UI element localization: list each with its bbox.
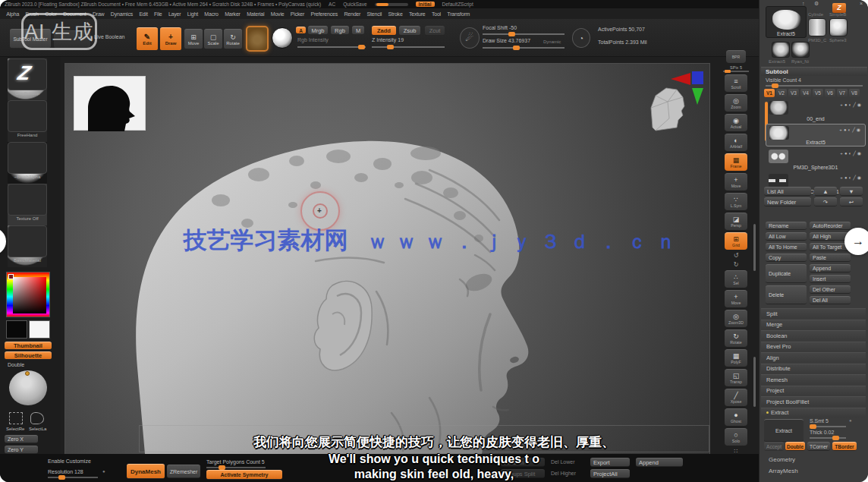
all-to-home-button[interactable]: All To Home bbox=[766, 243, 807, 251]
mrgb-button[interactable]: Mrgb bbox=[308, 26, 328, 35]
subtool-thumbnail[interactable] bbox=[769, 126, 789, 140]
current-brush-thumbnail[interactable] bbox=[246, 26, 269, 52]
menu-item[interactable]: File bbox=[151, 11, 165, 17]
sculpt-canvas[interactable]: + bbox=[65, 64, 709, 454]
subtool-row[interactable]: +●◐╱◉ Extract5 bbox=[766, 124, 866, 146]
recent-tool-thumbnail-cylinder[interactable] bbox=[808, 18, 826, 36]
folder-undo-icon[interactable]: ↩ bbox=[840, 197, 863, 206]
spix-slider[interactable]: SPix 5 bbox=[723, 65, 749, 72]
zcut-button[interactable]: Zcut bbox=[425, 26, 445, 36]
focal-shift-track[interactable] bbox=[483, 33, 565, 35]
saturation-square[interactable] bbox=[13, 277, 46, 313]
section-header[interactable]: Bevel Pro bbox=[761, 342, 866, 351]
eye-icon[interactable]: ◉ bbox=[857, 128, 862, 132]
subtool-thumbnail[interactable] bbox=[769, 150, 788, 163]
shelf-tool-button[interactable]: + Move bbox=[725, 290, 747, 307]
section-header[interactable]: Distribute bbox=[761, 364, 866, 373]
menu-item[interactable]: Stroke bbox=[385, 11, 405, 17]
visibility-tab[interactable]: V1 bbox=[764, 89, 775, 97]
section-header[interactable]: Extract bbox=[761, 408, 866, 417]
recent-tool-thumbnail-head[interactable] bbox=[772, 42, 790, 58]
eye-icon[interactable]: ◉ bbox=[857, 102, 863, 107]
visible-count-slider[interactable]: Visible Count 4 bbox=[766, 77, 801, 83]
select-lasso-icon[interactable] bbox=[30, 412, 44, 424]
rgb-intensity-track[interactable] bbox=[297, 46, 366, 48]
menu-item[interactable]: Layer bbox=[165, 11, 184, 17]
panel-scrollbar[interactable] bbox=[753, 224, 756, 271]
close-icon[interactable]: × bbox=[860, 1, 863, 6]
shelf-tool-button[interactable]: + Move bbox=[725, 173, 747, 191]
sculpt-head-model[interactable] bbox=[65, 64, 709, 454]
zadd-button[interactable]: Zadd bbox=[372, 26, 396, 36]
menu-item[interactable]: Tool bbox=[429, 11, 444, 17]
tray-thumbnail[interactable] bbox=[8, 100, 47, 132]
insert-button[interactable]: Insert bbox=[810, 275, 851, 283]
tray-thumbnail[interactable] bbox=[8, 142, 47, 174]
color-picker[interactable] bbox=[6, 272, 50, 317]
menu-item[interactable]: Picker bbox=[288, 11, 308, 17]
paste-button[interactable]: Paste bbox=[810, 254, 851, 262]
visibility-tab[interactable]: V7 bbox=[837, 89, 848, 97]
shelf-tool-button[interactable]: ↻ bbox=[728, 261, 744, 268]
menu-item[interactable]: Edit bbox=[136, 11, 151, 17]
shelf-tool-button[interactable]: ↺ bbox=[728, 252, 744, 259]
subtool-thumbnail[interactable] bbox=[769, 101, 788, 115]
quicksave-button[interactable]: QuickSave bbox=[343, 2, 366, 7]
draw-size-track[interactable] bbox=[483, 47, 565, 49]
shelf-tool-button[interactable]: ∵ L.Sym bbox=[725, 193, 747, 210]
m-button[interactable]: M bbox=[352, 26, 364, 35]
select-rect-icon[interactable] bbox=[9, 412, 23, 424]
silhouette-thumbnail[interactable] bbox=[74, 76, 146, 131]
new-folder-button[interactable]: New Folder bbox=[764, 197, 811, 206]
rgb-button[interactable]: Rgb bbox=[331, 26, 349, 35]
z-intensity-slider[interactable]: Z Intensity 19 bbox=[372, 37, 404, 43]
folder-redo-icon[interactable]: ↷ bbox=[814, 197, 837, 206]
list-all-button[interactable]: List All bbox=[764, 187, 811, 196]
shelf-tool-button[interactable]: ╱ Xpose bbox=[725, 389, 747, 406]
thumbnail-button[interactable]: Thumbnail bbox=[5, 342, 52, 350]
move-button[interactable]: ⊞Move bbox=[184, 29, 203, 49]
visibility-tab[interactable]: V6 bbox=[825, 89, 835, 97]
del-all-button[interactable]: Del All bbox=[810, 296, 851, 304]
rgb-intensity-slider[interactable]: Rgb Intensity bbox=[297, 37, 329, 43]
dynamic-toggle[interactable]: Dynamic bbox=[543, 39, 561, 44]
visibility-tab[interactable]: V2 bbox=[776, 89, 787, 97]
section-header[interactable]: Project bbox=[761, 386, 866, 395]
recent-tool-thumbnail-skull[interactable] bbox=[791, 42, 810, 58]
menu-item[interactable]: Movie bbox=[268, 11, 288, 17]
rotate-button[interactable]: ↻Rotate bbox=[224, 29, 242, 49]
next-arrow-button[interactable]: → bbox=[844, 228, 868, 255]
duplicate-button[interactable]: Duplicate bbox=[766, 264, 807, 283]
focal-shift-slider[interactable]: Focal Shift -50 bbox=[483, 25, 517, 30]
menu-item[interactable]: Light bbox=[184, 11, 202, 17]
eye-icon[interactable]: ◉ bbox=[857, 151, 863, 156]
shelf-tool-button[interactable]: ∴ Sel bbox=[725, 270, 747, 288]
current-material-sphere[interactable] bbox=[272, 27, 293, 49]
delete-button[interactable]: Delete bbox=[766, 285, 807, 304]
panel-scrollbar-2[interactable] bbox=[753, 357, 756, 407]
tray-thumbnail[interactable] bbox=[8, 184, 47, 216]
depth-icon[interactable]: ◔ bbox=[572, 28, 590, 48]
autoreorder-button[interactable]: AutoReorder bbox=[810, 222, 851, 230]
menu-item[interactable]: Material bbox=[244, 11, 268, 17]
section-header[interactable]: Merge bbox=[761, 320, 866, 329]
shelf-tool-button[interactable]: ⊞ Grid bbox=[725, 232, 747, 250]
primary-color-swatch[interactable] bbox=[29, 320, 50, 339]
all-low-button[interactable]: All Low bbox=[766, 232, 807, 241]
shelf-tool-button[interactable]: ▦ Frame bbox=[725, 153, 747, 171]
subtool-thumbnail[interactable] bbox=[769, 174, 788, 187]
draw-button[interactable]: +Draw bbox=[160, 27, 181, 51]
menu-item[interactable]: Stencil bbox=[363, 11, 385, 17]
stroke-icon[interactable]: ☄ bbox=[460, 27, 480, 49]
copy-button[interactable]: Copy bbox=[766, 254, 807, 262]
eye-icon[interactable]: ◉ bbox=[857, 175, 863, 180]
menu-item[interactable]: Preferences bbox=[307, 11, 341, 17]
silhouette-button[interactable]: Silhouette bbox=[5, 351, 52, 360]
menu-item[interactable]: Transform bbox=[444, 11, 470, 17]
s-smt-slider[interactable]: S.Smt 5 bbox=[810, 418, 829, 424]
subtool-row[interactable]: +●◐╱◉ 00_end bbox=[766, 99, 866, 122]
scale-button[interactable]: ▢Scale bbox=[204, 29, 222, 49]
recent-tool-thumbnail-sphere[interactable] bbox=[829, 18, 848, 36]
menu-item[interactable]: Dynamics bbox=[108, 11, 137, 17]
zsub-button[interactable]: Zsub bbox=[399, 26, 420, 36]
